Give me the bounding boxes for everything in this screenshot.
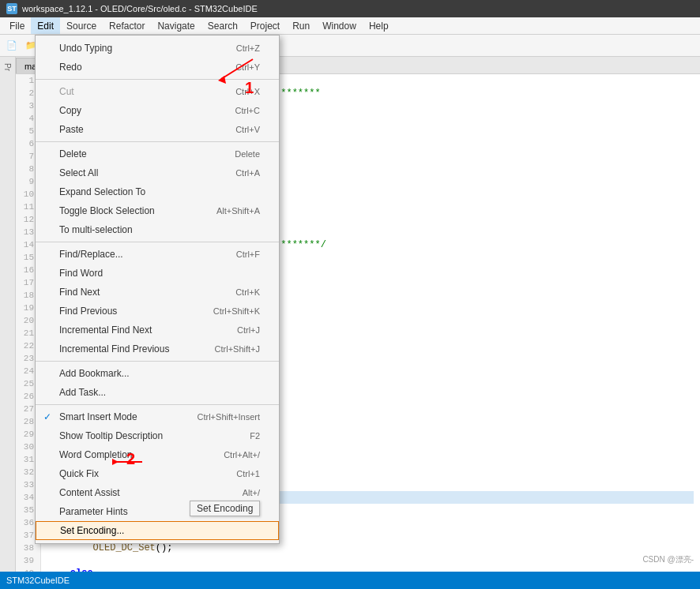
code-line-20: else <box>47 567 694 572</box>
menu-find-next-shortcut: Ctrl+K <box>235 287 260 297</box>
menu-toggle-block-label: Toggle Block Selection <box>59 205 155 216</box>
menu-delete-shortcut: Delete <box>235 149 260 159</box>
status-bar: STM32CubeIDE <box>0 572 700 589</box>
menu-word-completion[interactable]: Word Completion Ctrl+Alt+/ <box>36 445 279 464</box>
menu-multi-selection[interactable]: To multi-selection <box>36 220 279 239</box>
menu-window[interactable]: Window <box>316 17 363 34</box>
menu-add-task[interactable]: Add Task... <box>36 383 279 402</box>
menu-project[interactable]: Project <box>244 17 286 34</box>
menu-undo-typing-label: Undo Typing <box>59 43 112 54</box>
menu-find-next-label: Find Next <box>59 287 100 298</box>
menu-refactor[interactable]: Refactor <box>103 17 151 34</box>
menu-show-tooltip[interactable]: Show Tooltip Description F2 <box>36 426 279 445</box>
menu-find-replace-label: Find/Replace... <box>59 249 123 260</box>
menu-sep-2 <box>36 141 279 142</box>
svg-line-0 <box>221 59 253 79</box>
menu-find-word-label: Find Word <box>59 268 103 279</box>
svg-marker-3 <box>112 459 119 465</box>
menu-add-bookmark[interactable]: Add Bookmark... <box>36 364 279 383</box>
menu-cut-label: Cut <box>59 86 74 97</box>
menu-paste[interactable]: Paste Ctrl+V <box>36 120 279 139</box>
menu-incremental-find-prev[interactable]: Incremental Find Previous Ctrl+Shift+J <box>36 340 279 358</box>
menu-navigate[interactable]: Navigate <box>151 17 201 34</box>
menu-edit[interactable]: Edit <box>31 17 60 34</box>
menu-paste-label: Paste <box>59 124 84 135</box>
edit-dropdown-menu[interactable]: Undo Typing Ctrl+Z Redo Ctrl+Y Cut Ctrl+… <box>35 35 280 544</box>
menu-parameter-hints-label: Parameter Hints <box>59 506 128 517</box>
menu-sep-3 <box>36 242 279 242</box>
menu-find-replace[interactable]: Find/Replace... Ctrl+F <box>36 245 279 264</box>
menu-select-all[interactable]: Select All Ctrl+A <box>36 163 279 182</box>
menu-parameter-hints[interactable]: Parameter Hints Alt+? Set Encoding <box>36 502 279 521</box>
menu-source[interactable]: Source <box>60 17 103 34</box>
menu-set-encoding[interactable]: Set Encoding... <box>36 521 279 540</box>
menu-toggle-block-shortcut: Alt+Shift+A <box>216 206 260 216</box>
menu-add-bookmark-label: Add Bookmark... <box>59 368 130 379</box>
menu-add-task-label: Add Task... <box>59 387 106 398</box>
new-button[interactable]: 📄 <box>3 37 21 54</box>
menu-incremental-find-next-label: Incremental Find Next <box>59 325 152 336</box>
menu-toggle-block[interactable]: Toggle Block Selection Alt+Shift+A <box>36 201 279 220</box>
menu-incremental-find-prev-label: Incremental Find Previous <box>59 343 169 355</box>
set-encoding-tooltip: Set Encoding <box>190 501 260 516</box>
annotation-number-2: 2 <box>126 450 135 468</box>
menu-copy[interactable]: Copy Ctrl+C <box>36 101 279 120</box>
left-sidebar: Pr <box>0 57 16 572</box>
menu-incremental-find-next-shortcut: Ctrl+J <box>237 325 260 335</box>
menu-set-encoding-label: Set Encoding... <box>60 525 124 536</box>
menu-quick-fix-shortcut: Ctrl+1 <box>236 469 260 478</box>
menu-bar: File Edit Source Refactor Navigate Searc… <box>0 17 700 35</box>
menu-redo-label: Redo <box>59 62 82 73</box>
menu-expand-selection[interactable]: Expand Selection To <box>36 182 279 201</box>
menu-search[interactable]: Search <box>201 17 244 34</box>
set-encoding-tooltip-text: Set Encoding <box>197 503 253 514</box>
menu-find-next[interactable]: Find Next Ctrl+K <box>36 283 279 302</box>
menu-incremental-find-prev-shortcut: Ctrl+Shift+J <box>215 344 260 354</box>
menu-copy-label: Copy <box>59 105 81 116</box>
menu-find-word[interactable]: Find Word <box>36 264 279 283</box>
sidebar-pr-label: Pr <box>3 63 12 71</box>
menu-quick-fix[interactable]: Quick Fix Ctrl+1 <box>36 464 279 483</box>
menu-smart-insert[interactable]: Smart Insert Mode Ctrl+Shift+Insert <box>36 407 279 426</box>
menu-paste-shortcut: Ctrl+V <box>235 125 260 134</box>
app-icon: ST <box>6 3 17 14</box>
menu-multi-selection-label: To multi-selection <box>59 224 133 235</box>
menu-expand-selection-label: Expand Selection To <box>59 186 145 197</box>
title-bar: ST workspace_1.12.1 - OLED/Core/Src/oled… <box>0 0 700 17</box>
watermark-text: CSDN @漂亮- <box>642 555 694 564</box>
menu-delete[interactable]: Delete Delete <box>36 144 279 163</box>
menu-smart-insert-shortcut: Ctrl+Shift+Insert <box>198 412 260 422</box>
menu-help[interactable]: Help <box>363 17 395 34</box>
menu-quick-fix-label: Quick Fix <box>59 468 99 479</box>
menu-find-replace-shortcut: Ctrl+F <box>236 249 260 259</box>
menu-word-completion-shortcut: Ctrl+Alt+/ <box>224 450 260 460</box>
menu-select-all-label: Select All <box>59 167 98 178</box>
menu-select-all-shortcut: Ctrl+A <box>235 168 260 178</box>
menu-content-assist-shortcut: Alt+/ <box>243 488 260 497</box>
menu-file[interactable]: File <box>3 17 31 34</box>
menu-delete-label: Delete <box>59 148 87 159</box>
watermark: CSDN @漂亮- <box>642 554 694 565</box>
menu-undo-typing-shortcut: Ctrl+Z <box>236 43 260 53</box>
menu-sep-5 <box>36 404 279 405</box>
menu-find-previous-label: Find Previous <box>59 306 117 317</box>
menu-find-previous[interactable]: Find Previous Ctrl+Shift+K <box>36 302 279 321</box>
menu-show-tooltip-label: Show Tooltip Description <box>59 430 163 441</box>
menu-find-previous-shortcut: Ctrl+Shift+K <box>213 306 260 316</box>
menu-content-assist-label: Content Assist <box>59 487 120 498</box>
menu-sep-4 <box>36 361 279 362</box>
window-title: workspace_1.12.1 - OLED/Core/Src/oled.c … <box>22 4 258 13</box>
menu-content-assist[interactable]: Content Assist Alt+/ <box>36 483 279 502</box>
status-text: STM32CubeIDE <box>6 576 70 585</box>
annotation-number-1: 1 <box>245 79 254 97</box>
menu-run[interactable]: Run <box>286 17 316 34</box>
menu-copy-shortcut: Ctrl+C <box>235 106 260 115</box>
menu-show-tooltip-shortcut: F2 <box>250 431 260 441</box>
menu-incremental-find-next[interactable]: Incremental Find Next Ctrl+J <box>36 321 279 340</box>
menu-smart-insert-label: Smart Insert Mode <box>59 411 137 422</box>
